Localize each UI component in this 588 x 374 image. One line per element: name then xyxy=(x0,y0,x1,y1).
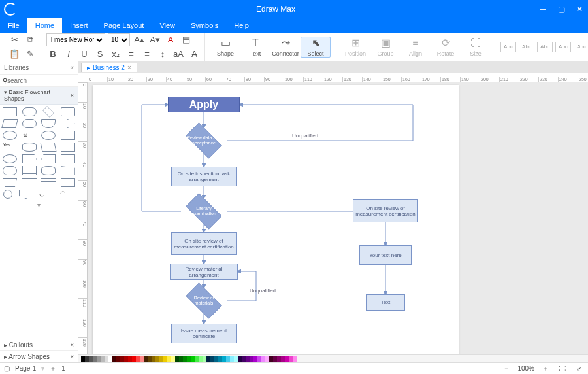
shape-lines2[interactable] xyxy=(41,178,56,182)
subscript-icon[interactable]: x₂ xyxy=(109,48,122,61)
node-onsite-task[interactable]: On site inspection task arrangement xyxy=(171,167,237,186)
menu-view[interactable]: View xyxy=(152,18,183,33)
collapse-library-icon[interactable]: « xyxy=(70,64,74,71)
node-literary[interactable]: Literary examination xyxy=(181,198,227,224)
shape-blank2[interactable]: ◠ xyxy=(60,190,74,199)
category-callouts[interactable]: Callouts xyxy=(9,341,33,348)
shape-roundrect[interactable] xyxy=(22,107,37,116)
menu-home[interactable]: Home xyxy=(27,18,62,33)
text-tool[interactable]: TText xyxy=(240,37,270,57)
shape-rect4[interactable] xyxy=(61,143,75,152)
shape-tag2[interactable] xyxy=(41,154,56,163)
italic-icon[interactable]: I xyxy=(62,48,75,61)
node-apply[interactable]: Apply xyxy=(168,97,240,112)
zoom-out-button[interactable]: － xyxy=(500,364,512,373)
node-review-mat-arr[interactable]: Review material arrangement xyxy=(170,264,238,280)
shape-line[interactable] xyxy=(22,178,37,187)
color-swatch[interactable] xyxy=(293,356,297,362)
shape-person[interactable]: ☺ xyxy=(22,131,37,140)
node-issue-cert[interactable]: Issue measurement certificate xyxy=(171,324,237,343)
shape-rect3[interactable] xyxy=(61,131,75,140)
shape-pill[interactable] xyxy=(22,119,37,128)
node-onsite-review[interactable]: On site review of measurement certificat… xyxy=(171,232,237,255)
maximize-button[interactable]: ▢ xyxy=(557,5,566,14)
close-button[interactable]: ✕ xyxy=(575,5,584,14)
shape-diamond[interactable] xyxy=(42,106,54,118)
node-text[interactable]: Text xyxy=(366,294,405,311)
shape-rect6[interactable] xyxy=(61,178,75,187)
minimize-button[interactable]: ─ xyxy=(538,5,547,14)
shape-diamond2[interactable] xyxy=(61,119,75,128)
canvas[interactable]: Apply Review data and acceptance Unquali… xyxy=(88,82,588,354)
font-color-icon[interactable]: A xyxy=(164,33,177,46)
shape-cylinder[interactable] xyxy=(22,143,37,152)
shape-doc[interactable] xyxy=(41,119,56,128)
select-tool[interactable]: ⬉Select xyxy=(301,37,331,58)
menu-page-layout[interactable]: Page Layout xyxy=(96,18,152,33)
increase-font-icon[interactable]: A▴ xyxy=(133,33,146,46)
close-category-icon[interactable]: × xyxy=(71,92,74,99)
shape-rect[interactable] xyxy=(3,107,17,116)
style-chip[interactable]: Abc xyxy=(555,42,571,52)
document-tab[interactable]: ▸Business 2× xyxy=(81,63,137,72)
category-flowchart[interactable]: Basic Flowchart Shapes xyxy=(4,89,50,102)
highlight-icon[interactable]: ▤ xyxy=(180,33,193,46)
shape-rect5[interactable] xyxy=(61,154,75,163)
shape-para2[interactable] xyxy=(41,143,57,152)
page-name[interactable]: Page-1 xyxy=(15,365,36,372)
underline-icon[interactable]: U xyxy=(78,48,91,61)
cut-icon[interactable]: ✂ xyxy=(8,33,21,46)
shape-trap[interactable] xyxy=(3,178,17,187)
shape-lines[interactable] xyxy=(22,166,37,175)
bold-icon[interactable]: B xyxy=(46,48,59,61)
font-size-select[interactable]: 10 xyxy=(108,33,130,46)
font-name-select[interactable]: Times New Roman xyxy=(46,33,105,46)
shape-yes[interactable]: Yes xyxy=(3,143,17,152)
position-tool[interactable]: ⊞Position xyxy=(340,37,370,57)
style-chip[interactable]: Abc xyxy=(500,42,516,52)
menu-symbols[interactable]: Symbols xyxy=(183,18,226,33)
shape-blank[interactable]: ◡ xyxy=(39,190,54,199)
shape-para3[interactable] xyxy=(61,166,75,175)
bullets-icon[interactable]: ≡ xyxy=(125,48,138,61)
style-chip[interactable]: Abc xyxy=(519,42,534,52)
menu-help[interactable]: Help xyxy=(226,18,257,33)
category-arrows[interactable]: Arrow Shapes xyxy=(8,353,50,360)
menu-insert[interactable]: Insert xyxy=(62,18,96,33)
style-chip[interactable]: Abc xyxy=(537,42,553,52)
shape-oval[interactable] xyxy=(3,154,17,163)
shape-tag[interactable] xyxy=(22,154,37,163)
pages-icon[interactable]: ▢ xyxy=(4,365,10,372)
close-tab-icon[interactable]: × xyxy=(127,64,131,71)
shape-disk[interactable] xyxy=(41,166,56,175)
size-tool[interactable]: ⛶Size xyxy=(461,37,491,57)
copy-icon[interactable]: ⧉ xyxy=(24,33,37,46)
zoom-in-button[interactable]: ＋ xyxy=(540,364,551,373)
fullscreen-button[interactable]: ⤢ xyxy=(574,365,584,372)
node-your-text[interactable]: Your text here xyxy=(359,245,412,265)
line-spacing-icon[interactable]: ↕ xyxy=(156,48,169,61)
color-bar[interactable] xyxy=(78,354,588,362)
close-cat-icon[interactable]: × xyxy=(70,353,74,360)
strike-icon[interactable]: S xyxy=(93,48,106,61)
decrease-font-icon[interactable]: A▾ xyxy=(148,33,161,46)
clear-format-icon[interactable]: A̶ xyxy=(188,48,201,61)
shape-smallcircle[interactable] xyxy=(3,190,12,199)
node-onsite-meas2[interactable]: On site review of measurement certificat… xyxy=(353,199,418,222)
shape-tool[interactable]: ▭Shape xyxy=(210,37,240,57)
connector-tool[interactable]: ⤳Connector xyxy=(270,37,301,57)
group-tool[interactable]: ▣Group xyxy=(370,37,400,57)
shape-circle[interactable] xyxy=(41,131,56,140)
align-tool[interactable]: ≡Align xyxy=(400,37,431,57)
node-review-data[interactable]: Review data and acceptance xyxy=(181,128,227,154)
shape-ellipse[interactable] xyxy=(3,131,17,140)
text-color-icon[interactable]: aA xyxy=(172,48,185,61)
close-cat-icon[interactable]: × xyxy=(70,341,74,348)
format-painter-icon[interactable]: ✎ xyxy=(24,48,37,61)
page[interactable]: Apply Review data and acceptance Unquali… xyxy=(93,85,459,354)
shape-parallelogram[interactable] xyxy=(1,119,18,128)
align-left-icon[interactable]: ≡ xyxy=(140,48,154,61)
fit-page-button[interactable]: ⛶ xyxy=(557,365,568,372)
library-search-input[interactable] xyxy=(7,77,90,84)
shape-rect2[interactable] xyxy=(61,107,75,116)
